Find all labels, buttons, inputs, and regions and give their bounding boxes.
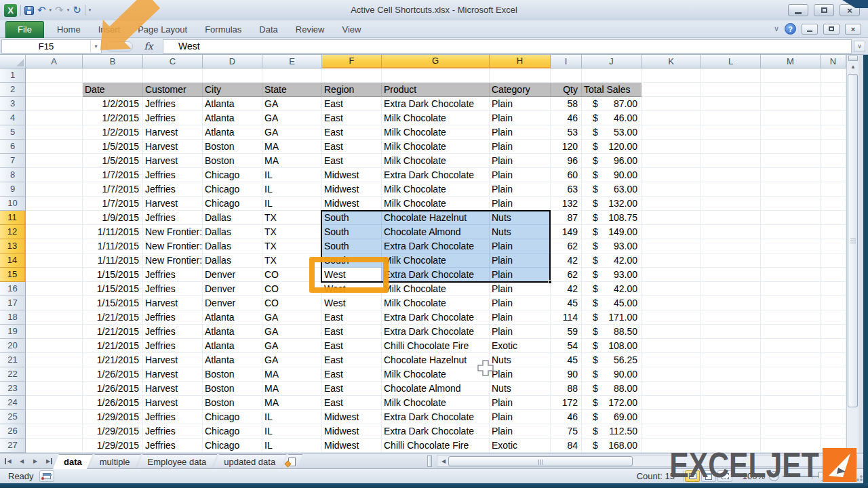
cell-J22[interactable]: $90.00 — [582, 367, 642, 382]
cell-H23[interactable]: Nuts — [490, 382, 551, 396]
cell-H17[interactable]: Plain — [490, 296, 551, 310]
horizontal-scrollbar[interactable]: ◀ ▶ — [437, 455, 857, 467]
cell-B9[interactable]: 1/7/2015 — [83, 182, 143, 197]
cell-F1[interactable] — [322, 68, 382, 83]
cell-C22[interactable]: Harvest — [143, 367, 203, 382]
cell-M6[interactable] — [761, 140, 821, 154]
row-header-10[interactable]: 10 — [0, 197, 26, 211]
cell-B18[interactable]: 1/21/2015 — [83, 310, 143, 325]
cell-B16[interactable]: 1/15/2015 — [83, 282, 143, 296]
cell-F17[interactable]: West — [322, 296, 382, 310]
cell-F6[interactable]: East — [322, 140, 382, 154]
cell-E19[interactable]: GA — [262, 325, 322, 339]
sheet-tab-updated-data[interactable]: updated data — [213, 454, 286, 469]
row-header-12[interactable]: 12 — [0, 225, 26, 239]
cell-C6[interactable]: Harvest — [143, 140, 203, 154]
cell-K7[interactable] — [642, 154, 701, 168]
row-header-9[interactable]: 9 — [0, 182, 26, 197]
cell-G15[interactable]: Extra Dark Chocolate — [382, 268, 490, 282]
next-sheet-icon[interactable]: ▶ — [30, 456, 41, 466]
cell-A8[interactable] — [26, 168, 83, 182]
cell-I9[interactable]: 63 — [551, 182, 582, 197]
cell-G7[interactable]: Milk Chocolate — [382, 154, 490, 168]
row-header-7[interactable]: 7 — [0, 154, 26, 168]
select-all-corner[interactable] — [0, 55, 26, 68]
cell-K9[interactable] — [642, 182, 701, 197]
cell-F14[interactable]: South — [322, 253, 382, 268]
cell-J8[interactable]: $90.00 — [582, 168, 642, 182]
cell-F3[interactable]: East — [322, 97, 382, 111]
cell-M13[interactable] — [761, 239, 821, 253]
cell-I11[interactable]: 87 — [551, 211, 582, 225]
cell-I20[interactable]: 54 — [551, 339, 582, 353]
row-header-16[interactable]: 16 — [0, 282, 26, 296]
cell-G19[interactable]: Extra Dark Chocolate — [382, 325, 490, 339]
cell-H18[interactable]: Plain — [490, 310, 551, 325]
cell-M17[interactable] — [761, 296, 821, 310]
cell-C14[interactable]: New Frontier: — [143, 253, 203, 268]
cell-K11[interactable] — [642, 211, 701, 225]
sheet-tab-multiple[interactable]: multiple — [89, 454, 141, 469]
cell-L26[interactable] — [701, 424, 761, 439]
cell-D6[interactable]: Boston — [203, 140, 262, 154]
column-header-K[interactable]: K — [642, 55, 701, 68]
cell-I5[interactable]: 53 — [551, 125, 582, 140]
cell-L21[interactable] — [701, 353, 761, 367]
cell-H12[interactable]: Nuts — [490, 225, 551, 239]
row-header-22[interactable]: 22 — [0, 367, 26, 382]
cell-F22[interactable]: East — [322, 367, 382, 382]
cell-H24[interactable]: Plain — [490, 396, 551, 410]
cell-A16[interactable] — [26, 282, 83, 296]
cell-J24[interactable]: $172.00 — [582, 396, 642, 410]
cell-L10[interactable] — [701, 197, 761, 211]
cell-L13[interactable] — [701, 239, 761, 253]
cell-N7[interactable] — [821, 154, 846, 168]
cell-I21[interactable]: 45 — [551, 353, 582, 367]
cell-F13[interactable]: South — [322, 239, 382, 253]
cell-C19[interactable]: Jeffries — [143, 325, 203, 339]
cell-N17[interactable] — [821, 296, 846, 310]
cell-D20[interactable]: Atlanta — [203, 339, 262, 353]
cell-D9[interactable]: Chicago — [203, 182, 262, 197]
cell-D23[interactable]: Boston — [203, 382, 262, 396]
row-header-13[interactable]: 13 — [0, 239, 26, 253]
cell-M10[interactable] — [761, 197, 821, 211]
column-header-H[interactable]: H — [490, 55, 551, 68]
cell-I18[interactable]: 114 — [551, 310, 582, 325]
cell-K18[interactable] — [642, 310, 701, 325]
cell-C27[interactable]: Jeffries — [143, 439, 203, 453]
cell-M14[interactable] — [761, 253, 821, 268]
cell-N23[interactable] — [821, 382, 846, 396]
cell-F5[interactable]: East — [322, 125, 382, 140]
cell-E14[interactable]: TX — [262, 253, 322, 268]
cell-B13[interactable]: 1/11/2015 — [83, 239, 143, 253]
cell-D17[interactable]: Denver — [203, 296, 262, 310]
cell-I1[interactable] — [551, 68, 582, 83]
cell-G12[interactable]: Chocolate Almond — [382, 225, 490, 239]
cell-M26[interactable] — [761, 424, 821, 439]
cell-B27[interactable]: 1/29/2015 — [83, 439, 143, 453]
cell-L22[interactable] — [701, 367, 761, 382]
cell-E4[interactable]: GA — [262, 111, 322, 125]
cell-K2[interactable] — [642, 83, 701, 97]
cell-F19[interactable]: East — [322, 325, 382, 339]
cell-G3[interactable]: Extra Dark Chocolate — [382, 97, 490, 111]
cell-C23[interactable]: Harvest — [143, 382, 203, 396]
macro-record-icon[interactable] — [39, 470, 54, 482]
cell-N10[interactable] — [821, 197, 846, 211]
cell-B19[interactable]: 1/21/2015 — [83, 325, 143, 339]
horizontal-scroll-thumb[interactable] — [448, 456, 633, 466]
cell-G25[interactable]: Extra Dark Chocolate — [382, 410, 490, 424]
cell-E12[interactable]: TX — [262, 225, 322, 239]
cell-L1[interactable] — [701, 68, 761, 83]
cell-H1[interactable] — [490, 68, 551, 83]
cell-L7[interactable] — [701, 154, 761, 168]
cell-E22[interactable]: MA — [262, 367, 322, 382]
cell-N16[interactable] — [821, 282, 846, 296]
cell-K1[interactable] — [642, 68, 701, 83]
name-box[interactable]: F15 ▾ — [1, 39, 102, 54]
cell-H10[interactable]: Plain — [490, 197, 551, 211]
row-header-8[interactable]: 8 — [0, 168, 26, 182]
cell-M1[interactable] — [761, 68, 821, 83]
cell-A5[interactable] — [26, 125, 83, 140]
